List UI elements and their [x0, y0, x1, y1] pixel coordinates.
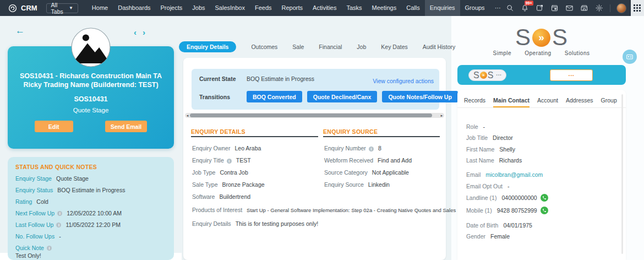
field-row: Email Opt Out- — [466, 183, 615, 189]
tab-sale[interactable]: Sale — [292, 44, 304, 50]
nav-item-meetings[interactable]: Meetings — [367, 0, 402, 16]
info-icon: i — [369, 147, 374, 151]
status-panel-title: STATUS AND QUICK NOTES — [15, 164, 166, 170]
business-card-view-button[interactable] — [623, 50, 637, 64]
nav-item-enquiries[interactable]: Enquiries — [425, 0, 460, 16]
sos-record-pill[interactable]: S » S ··· — [468, 69, 506, 81]
nav-divider — [610, 4, 610, 12]
field-label: Enquiry Owner — [192, 145, 230, 151]
back-arrow-icon[interactable]: ← — [15, 25, 25, 36]
field-label: Enquiry Title — [192, 157, 224, 164]
field-row: Quick Notei — [15, 245, 166, 251]
nav-item-tasks[interactable]: Tasks — [341, 0, 367, 16]
nav-item-jobs[interactable]: Jobs — [187, 0, 210, 16]
nav-item-projects[interactable]: Projects — [156, 0, 188, 16]
field-label: Job Type — [192, 169, 215, 176]
tab-job[interactable]: Job — [357, 44, 366, 50]
field-label: Role — [466, 123, 478, 130]
blueprint-panel: Current State BOQ Estimate in Progress V… — [192, 69, 439, 110]
transition-boq-converted-button[interactable]: BOQ Converted — [247, 91, 302, 102]
field-label: Next Follow Up — [15, 210, 54, 216]
horizontal-scrollbar[interactable]: ◄ ► — [185, 113, 444, 118]
field-row: Landline (1)04000000000 — [466, 194, 615, 202]
tab-main-contact[interactable]: Main Contact — [493, 97, 530, 107]
field-row: Job TitleDirector — [466, 134, 615, 141]
mail-icon[interactable] — [565, 4, 574, 13]
field-row: Enquiry Numberi8 — [324, 145, 381, 151]
transition-quote-declined-button[interactable]: Quote Declined/Canx — [307, 91, 378, 102]
all-tabs-dropdown[interactable]: All Tabs ▼ — [46, 3, 78, 13]
field-label: Last Follow Up — [15, 221, 53, 228]
field-value: 8 — [378, 145, 381, 151]
field-value: Richards — [499, 157, 522, 164]
apps-grid-icon[interactable] — [631, 0, 644, 16]
field-row: GenderFemale — [466, 233, 615, 240]
call-phone-icon[interactable] — [541, 194, 548, 202]
field-label: Mobile (1) — [466, 207, 492, 214]
scrollbar-thumb[interactable] — [190, 113, 432, 117]
crm-brand[interactable]: CRM — [8, 3, 37, 13]
call-phone-icon[interactable] — [541, 207, 548, 214]
scroll-left-icon[interactable]: ◄ — [185, 114, 190, 117]
field-label: Enquiry Details — [192, 220, 231, 227]
field-label: Enquiry Number — [324, 145, 366, 151]
tab-audit-history[interactable]: Audit History — [423, 44, 456, 50]
settings-gear-icon[interactable] — [595, 4, 604, 13]
tab-addresses[interactable]: Addresses — [566, 97, 593, 107]
field-label: Email — [466, 171, 481, 178]
tab-account[interactable]: Account — [537, 97, 558, 107]
user-avatar[interactable] — [616, 3, 626, 13]
field-value: 9428 80752999 — [497, 207, 537, 214]
tabs-divider — [457, 107, 626, 108]
transition-quote-notes-button[interactable]: Quote Notes/Follow Up — [382, 91, 458, 102]
nav-item-calls[interactable]: Calls — [401, 0, 424, 16]
notifications-bell-icon[interactable]: 99+ — [521, 4, 530, 13]
top-navigation-bar: CRM All Tabs ▼ Home Dashboards Projects … — [0, 0, 644, 16]
nav-item-groups[interactable]: Groups — [460, 0, 490, 16]
scroll-right-icon[interactable]: ► — [439, 114, 444, 117]
logo-letter: S — [473, 71, 479, 80]
nav-item-salesinbox[interactable]: SalesInbox — [210, 0, 250, 16]
tab-outcomes[interactable]: Outcomes — [251, 44, 277, 50]
view-configured-actions-link[interactable]: View configured actions — [373, 78, 434, 84]
calendar-icon[interactable] — [550, 4, 559, 13]
field-value: 11/05/2022 12:20 PM — [66, 221, 121, 228]
field-value: Leo Araba — [234, 145, 261, 151]
field-row: SoftwareBuildertrend — [192, 193, 250, 200]
nav-item-activities[interactable]: Activities — [308, 0, 341, 16]
compose-icon[interactable] — [536, 4, 544, 13]
edit-button[interactable]: Edit — [35, 121, 73, 132]
previous-record-icon[interactable]: ‹ — [134, 28, 137, 37]
info-icon: i — [227, 159, 232, 164]
nav-item-more[interactable]: ··· — [490, 0, 506, 16]
vertical-scrollbar[interactable] — [621, 94, 623, 254]
field-label: Enquiry Stage — [15, 175, 52, 182]
field-label: Last Name — [466, 157, 494, 164]
tab-enquiry-details[interactable]: Enquiry Details — [179, 41, 236, 52]
nav-item-dashboards[interactable]: Dashboards — [113, 0, 155, 16]
record-avatar[interactable] — [70, 26, 112, 68]
search-icon[interactable] — [506, 4, 515, 13]
tab-key-dates[interactable]: Key Dates — [381, 44, 407, 50]
next-record-icon[interactable]: › — [143, 28, 145, 37]
field-value: - — [59, 233, 61, 240]
marketplace-icon[interactable] — [580, 4, 589, 13]
field-value: - — [507, 183, 510, 189]
field-label: Enquiry Source — [324, 181, 364, 188]
nav-item-reports[interactable]: Reports — [277, 0, 308, 16]
send-email-button[interactable]: Send Email — [105, 121, 148, 132]
tab-financial[interactable]: Financial — [319, 44, 342, 50]
pill-more-icon: ··· — [496, 72, 501, 78]
field-value: Cold — [36, 198, 48, 205]
field-value: Shelly — [499, 146, 515, 153]
email-link[interactable]: micolbran@gmail.com — [485, 171, 543, 178]
tab-records[interactable]: Records — [464, 97, 485, 107]
nav-item-feeds[interactable]: Feeds — [250, 0, 277, 16]
tab-group[interactable]: Group — [601, 97, 617, 107]
nav-item-home[interactable]: Home — [87, 0, 113, 16]
field-row: No. Follow Ups- — [15, 233, 166, 240]
field-row: Last Follow Upi11/05/2022 12:20 PM — [15, 221, 166, 228]
field-label: No. Follow Ups — [15, 233, 54, 240]
more-actions-button[interactable]: ··· — [550, 69, 593, 81]
logo-letter: S — [552, 25, 567, 50]
